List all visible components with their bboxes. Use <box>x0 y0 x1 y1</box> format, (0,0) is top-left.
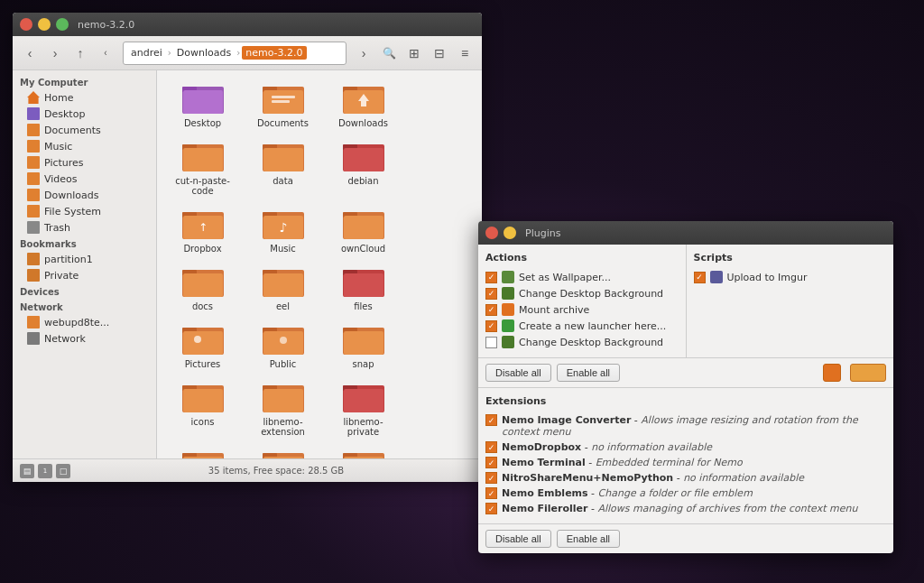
action-change-bg2: Change Desktop Background <box>485 334 679 350</box>
sidebar-item-music[interactable]: Music <box>13 138 156 154</box>
file-label-data: data <box>273 176 293 186</box>
view-icons-button[interactable]: ⊞ <box>402 42 426 65</box>
action-change-bg-checkbox[interactable] <box>485 288 497 300</box>
folder-icon-icons <box>182 380 224 414</box>
maximize-button[interactable] <box>56 18 69 31</box>
script-imgur-checkbox[interactable] <box>694 272 706 283</box>
file-item-libnemo-ext[interactable]: libnemo-extension <box>245 376 321 440</box>
svg-rect-20 <box>344 148 383 171</box>
svg-rect-60 <box>344 389 383 412</box>
window-title: nemo-3.2.0 <box>78 19 134 31</box>
file-item-pictures[interactable]: Pictures <box>164 319 241 373</box>
sidebar-label-filesystem: File System <box>44 206 101 217</box>
file-label-desktop: Desktop <box>184 118 221 128</box>
action-wallpaper-checkbox[interactable] <box>485 272 497 283</box>
sidebar-item-trash[interactable]: Trash <box>13 219 156 236</box>
ext-image-converter: Nemo Image Converter - Allows image resi… <box>485 412 886 440</box>
addr-forward-button[interactable]: › <box>352 42 375 65</box>
sidebar-item-downloads[interactable]: Downloads <box>13 187 156 203</box>
file-label-dropbox: Dropbox <box>183 244 221 254</box>
home-icon <box>27 91 40 104</box>
action-new-launcher-checkbox[interactable] <box>485 320 497 332</box>
close-button[interactable] <box>20 18 32 31</box>
scripts-header: Scripts <box>694 252 887 264</box>
downloads-icon <box>27 189 40 201</box>
file-item-downloads[interactable]: Downloads <box>325 78 402 132</box>
actions-enable-all-button[interactable]: Enable all <box>557 364 620 382</box>
ext-image-converter-checkbox[interactable] <box>485 414 497 426</box>
statusbar: ▤ 1 □ 35 items, Free space: 28.5 GB <box>13 458 482 482</box>
back-button[interactable]: ‹ <box>18 42 42 65</box>
sidebar-item-pictures[interactable]: Pictures <box>13 154 156 171</box>
plugins-close-button[interactable] <box>485 227 498 239</box>
view-details-button[interactable]: ≡ <box>453 42 476 65</box>
plugins-minimize-button[interactable] <box>504 227 516 239</box>
sidebar-item-documents[interactable]: Documents <box>13 122 156 138</box>
sidebar-item-private[interactable]: Private <box>13 267 156 283</box>
file-item-music[interactable]: ♪ Music <box>245 203 321 257</box>
folder-icon-cut-n-paste <box>182 139 224 173</box>
file-item-files[interactable]: files <box>325 261 402 315</box>
scripts-orange-button[interactable] <box>850 364 886 382</box>
svg-point-44 <box>194 336 201 343</box>
sidebar-item-network[interactable]: Network <box>13 330 156 347</box>
svg-rect-54 <box>183 389 223 412</box>
file-item-docs[interactable]: docs <box>164 261 241 315</box>
sidebar-item-filesystem[interactable]: File System <box>13 203 156 219</box>
svg-rect-37 <box>263 273 303 297</box>
forward-button[interactable]: › <box>43 42 67 65</box>
file-item-owncloud[interactable]: ownCloud <box>325 203 402 257</box>
file-item-public[interactable]: Public <box>245 319 321 373</box>
statusbar-text: 35 items, Free space: 28.5 GB <box>78 466 475 476</box>
ext-disable-all-button[interactable]: Disable all <box>485 530 551 548</box>
extensions-section: Extensions Nemo Image Converter - Allows… <box>478 387 893 523</box>
sidebar-item-webupd8[interactable]: webupd8te... <box>13 314 156 330</box>
ext-dropbox-checkbox[interactable] <box>485 441 497 453</box>
file-item-virtualbox[interactable]: VirtualBox VMs <box>325 444 402 458</box>
action-mount-archive-checkbox[interactable] <box>485 304 497 316</box>
script-imgur-label: Upload to Imgur <box>727 272 808 283</box>
nav-back-button[interactable]: ‹ <box>94 42 117 65</box>
crumb-downloads[interactable]: Downloads <box>173 46 235 60</box>
crumb-current[interactable]: nemo-3.2.0 <box>242 46 306 60</box>
file-item-icons[interactable]: icons <box>164 376 241 440</box>
ext-emblems-checkbox[interactable] <box>485 487 497 499</box>
sidebar-item-home[interactable]: Home <box>13 89 156 106</box>
file-item-libnemo-priv[interactable]: libnemo-private <box>325 376 402 440</box>
folder-icon-data <box>263 139 304 173</box>
actions-disable-all-button[interactable]: Disable all <box>485 364 551 382</box>
sidebar-item-desktop[interactable]: Desktop <box>13 106 156 122</box>
file-item-templates[interactable]: Templates <box>164 444 241 458</box>
file-item-dropbox[interactable]: ↑ Dropbox <box>164 203 241 257</box>
file-item-snap[interactable]: snap <box>325 319 402 373</box>
svg-rect-31 <box>344 216 383 239</box>
minimize-button[interactable] <box>38 18 51 31</box>
pictures-icon <box>27 156 40 169</box>
sidebar-label-network: Network <box>44 333 86 345</box>
search-button[interactable]: 🔍 <box>377 42 401 65</box>
file-item-desktop[interactable]: Desktop <box>164 78 241 132</box>
svg-rect-63 <box>183 457 223 458</box>
actions-orange-button[interactable] <box>823 364 841 382</box>
ext-nitroshare-checkbox[interactable] <box>485 472 497 484</box>
ext-terminal-checkbox[interactable] <box>485 457 497 468</box>
file-item-videos[interactable]: Videos <box>245 444 321 458</box>
view-list-button[interactable]: ⊟ <box>428 42 451 65</box>
file-item-documents[interactable]: Documents <box>245 78 321 132</box>
file-item-cut-n-paste[interactable]: cut-n-paste-code <box>164 135 241 199</box>
ext-enable-all-button[interactable]: Enable all <box>557 530 620 548</box>
folder-icon-libnemo-priv <box>343 380 384 414</box>
sidebar-item-videos[interactable]: Videos <box>13 171 156 187</box>
music-icon <box>27 140 40 153</box>
svg-rect-17 <box>263 148 303 171</box>
file-item-debian[interactable]: debian <box>325 135 402 199</box>
file-item-data[interactable]: data <box>245 135 321 199</box>
plugins-titlebar: Plugins <box>478 221 893 245</box>
crumb-andrei[interactable]: andrei <box>127 46 166 60</box>
file-item-eel[interactable]: eel <box>245 261 321 315</box>
action-change-bg2-checkbox[interactable] <box>485 337 497 348</box>
ext-fileroller-checkbox[interactable] <box>485 503 497 514</box>
up-button[interactable]: ↑ <box>69 42 92 65</box>
sidebar-item-partition1[interactable]: partition1 <box>13 251 156 267</box>
actions-header: Actions <box>485 252 679 264</box>
